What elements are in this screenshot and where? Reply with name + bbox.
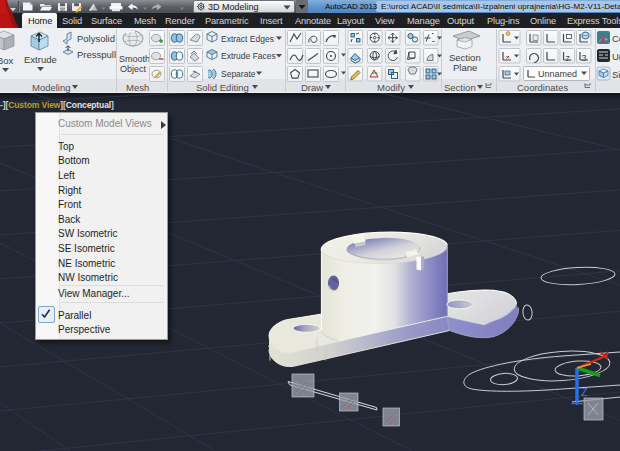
svg-text:Presspull: Presspull: [77, 49, 116, 60]
svg-text:3: 3: [582, 53, 587, 63]
svg-text:Smooth: Smooth: [119, 54, 150, 64]
svg-text:Z: Z: [581, 386, 588, 398]
svg-text:Extrude Faces: Extrude Faces: [221, 51, 276, 61]
svg-text:Polysolid: Polysolid: [77, 33, 115, 44]
svg-text:Extrude: Extrude: [24, 54, 57, 65]
svg-text:Co: Co: [612, 33, 620, 44]
svg-text:3D Modeling: 3D Modeling: [208, 2, 259, 12]
svg-text:Unnamed: Unnamed: [538, 69, 577, 79]
svg-text:Object: Object: [120, 64, 147, 74]
svg-text:Box: Box: [0, 55, 14, 66]
svg-text:Un: Un: [612, 51, 620, 62]
svg-text:Separate: Separate: [221, 69, 256, 79]
svg-text:Si: Si: [612, 69, 620, 80]
svg-text:z: z: [566, 53, 571, 63]
svg-text:Plane: Plane: [453, 62, 477, 73]
svg-text:Extract Edges: Extract Edges: [221, 34, 274, 44]
